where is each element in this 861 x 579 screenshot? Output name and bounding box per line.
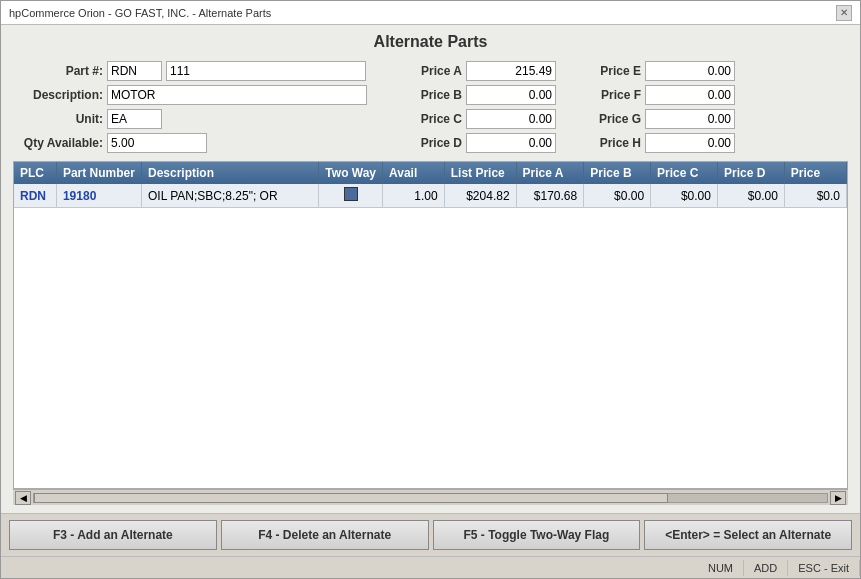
- unit-input[interactable]: [107, 109, 162, 129]
- toggle-flag-button[interactable]: F5 - Toggle Two-Way Flag: [433, 520, 641, 550]
- unit-row: Unit:: [13, 109, 367, 129]
- add-alternate-button[interactable]: F3 - Add an Alternate: [9, 520, 217, 550]
- cell-pricec: $0.00: [651, 184, 718, 208]
- form-area: Part #: Description: Unit: Qty Available…: [13, 61, 848, 153]
- price-c-row: Price C: [407, 109, 556, 129]
- price-h-label: Price H: [586, 136, 641, 150]
- price-g-label: Price G: [586, 112, 641, 126]
- col-plc: PLC: [14, 162, 56, 184]
- price-b-input[interactable]: [466, 85, 556, 105]
- cell-avail: 1.00: [383, 184, 445, 208]
- prices-right-group: Price E Price F Price G Price H: [586, 61, 735, 153]
- qty-label: Qty Available:: [13, 136, 103, 150]
- price-a-input[interactable]: [466, 61, 556, 81]
- part-label: Part #:: [13, 64, 103, 78]
- col-pricea: Price A: [516, 162, 584, 184]
- price-c-label: Price C: [407, 112, 462, 126]
- scroll-thumb[interactable]: [34, 493, 668, 503]
- price-h-row: Price H: [586, 133, 735, 153]
- description-label: Description:: [13, 88, 103, 102]
- col-avail: Avail: [383, 162, 445, 184]
- title-bar: hpCommerce Orion - GO FAST, INC. - Alter…: [1, 1, 860, 25]
- price-f-label: Price F: [586, 88, 641, 102]
- cell-priced: $0.00: [717, 184, 784, 208]
- cell-plc: RDN: [14, 184, 56, 208]
- description-input[interactable]: [107, 85, 367, 105]
- cell-pricea: $170.68: [516, 184, 584, 208]
- col-description: Description: [141, 162, 318, 184]
- part-prefix-input[interactable]: [107, 61, 162, 81]
- table-container: PLC Part Number Description Two Way Avai…: [13, 161, 848, 489]
- part-row: Part #:: [13, 61, 367, 81]
- bottom-buttons: F3 - Add an Alternate F4 - Delete an Alt…: [1, 513, 860, 556]
- prices-left-group: Price A Price B Price C Price D: [407, 61, 556, 153]
- col-price: Price: [784, 162, 846, 184]
- table-row[interactable]: RDN 19180 OIL PAN;SBC;8.25"; OR 1.00 $20…: [14, 184, 847, 208]
- twoway-checkbox-icon: [344, 187, 358, 201]
- price-e-input[interactable]: [645, 61, 735, 81]
- select-alternate-button[interactable]: <Enter> = Select an Alternate: [644, 520, 852, 550]
- cell-partnum: 19180: [56, 184, 141, 208]
- price-f-row: Price F: [586, 85, 735, 105]
- col-partnum: Part Number: [56, 162, 141, 184]
- scroll-track[interactable]: [33, 493, 828, 503]
- qty-row: Qty Available:: [13, 133, 367, 153]
- form-left: Part #: Description: Unit: Qty Available…: [13, 61, 367, 153]
- cell-listprice: $204.82: [444, 184, 516, 208]
- table-header-row: PLC Part Number Description Two Way Avai…: [14, 162, 847, 184]
- price-e-row: Price E: [586, 61, 735, 81]
- price-d-input[interactable]: [466, 133, 556, 153]
- price-g-row: Price G: [586, 109, 735, 129]
- cell-twoway: [319, 184, 383, 208]
- col-listprice: List Price: [444, 162, 516, 184]
- scroll-right-button[interactable]: ▶: [830, 491, 846, 505]
- page-title: Alternate Parts: [13, 33, 848, 51]
- data-table: PLC Part Number Description Two Way Avai…: [14, 162, 847, 208]
- status-add: ADD: [744, 560, 788, 576]
- close-button[interactable]: ✕: [836, 5, 852, 21]
- delete-alternate-button[interactable]: F4 - Delete an Alternate: [221, 520, 429, 550]
- price-h-input[interactable]: [645, 133, 735, 153]
- horizontal-scrollbar[interactable]: ◀ ▶: [13, 489, 848, 505]
- cell-priceb: $0.00: [584, 184, 651, 208]
- description-row: Description:: [13, 85, 367, 105]
- price-b-label: Price B: [407, 88, 462, 102]
- status-esc: ESC - Exit: [788, 560, 860, 576]
- main-window: hpCommerce Orion - GO FAST, INC. - Alter…: [0, 0, 861, 579]
- price-g-input[interactable]: [645, 109, 735, 129]
- price-d-label: Price D: [407, 136, 462, 150]
- qty-input[interactable]: [107, 133, 207, 153]
- col-pricec: Price C: [651, 162, 718, 184]
- col-priced: Price D: [717, 162, 784, 184]
- main-content: Alternate Parts Part #: Description: Uni…: [1, 25, 860, 513]
- cell-description: OIL PAN;SBC;8.25"; OR: [141, 184, 318, 208]
- title-bar-text: hpCommerce Orion - GO FAST, INC. - Alter…: [9, 7, 271, 19]
- unit-label: Unit:: [13, 112, 103, 126]
- part-number-input[interactable]: [166, 61, 366, 81]
- status-num: NUM: [698, 560, 744, 576]
- price-b-row: Price B: [407, 85, 556, 105]
- col-twoway: Two Way: [319, 162, 383, 184]
- price-a-label: Price A: [407, 64, 462, 78]
- status-bar: NUM ADD ESC - Exit: [1, 556, 860, 578]
- price-d-row: Price D: [407, 133, 556, 153]
- price-f-input[interactable]: [645, 85, 735, 105]
- col-priceb: Price B: [584, 162, 651, 184]
- price-c-input[interactable]: [466, 109, 556, 129]
- price-a-row: Price A: [407, 61, 556, 81]
- price-e-label: Price E: [586, 64, 641, 78]
- scroll-left-button[interactable]: ◀: [15, 491, 31, 505]
- cell-price: $0.0: [784, 184, 846, 208]
